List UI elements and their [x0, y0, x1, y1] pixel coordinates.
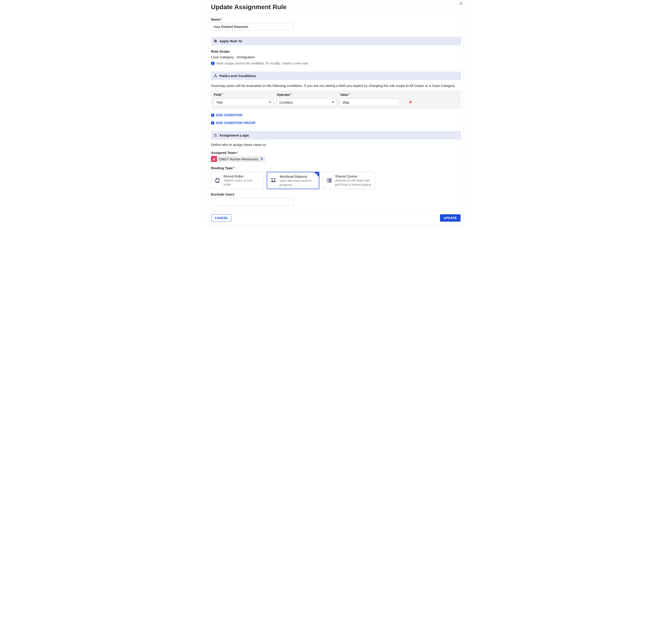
close-icon[interactable]: ✕ [459, 1, 463, 6]
svg-rect-0 [215, 41, 217, 42]
update-assignment-rule-modal: ✕ Update Assignment Rule Name* Apply Rul… [208, 0, 464, 225]
condition-operator-value: Contains [279, 100, 293, 104]
field-conditions-section-title: Field-Level Conditions [220, 74, 256, 78]
condition-field-value: Title [216, 100, 223, 104]
routing-options: Round Robin Selects users in turn order … [211, 172, 461, 189]
modal-title: Update Assignment Rule [211, 3, 461, 11]
required-mark: * [291, 93, 292, 96]
field-conditions-section-header: Field-Level Conditions [211, 72, 461, 80]
chevron-down-icon [269, 102, 271, 103]
name-label-row: Name* [211, 17, 461, 21]
routing-option-desc: Anyone on the team can pick from a share… [335, 178, 372, 187]
svg-point-15 [327, 182, 327, 182]
name-label: Name [211, 17, 220, 21]
svg-rect-2 [215, 74, 216, 75]
rule-scope-label: Rule Scope [211, 49, 461, 53]
update-button[interactable]: UPDATE [440, 214, 461, 222]
assignment-logic-section-title: Assignment Logic [220, 133, 249, 137]
assigned-team-label: Assigned Team [211, 151, 236, 155]
chevron-down-icon [332, 102, 334, 103]
workload-balance-icon [270, 177, 277, 184]
svg-rect-1 [214, 40, 216, 42]
rule-scope-info-text: Rule scope cannot be modified. To modify… [217, 61, 309, 65]
col-field-label: Field [214, 93, 221, 96]
plus-circle-icon: + [211, 113, 214, 117]
condition-value-input[interactable] [340, 98, 400, 106]
add-condition-button[interactable]: + ADD CONDITION [211, 113, 461, 117]
apply-rule-section-title: Apply Rule To [220, 39, 242, 43]
add-condition-group-button[interactable]: + ADD CONDITION GROUP [211, 121, 461, 125]
copy-icon [214, 39, 217, 43]
svg-point-9 [213, 158, 214, 159]
svg-point-13 [327, 178, 327, 179]
sliders-icon [214, 134, 217, 137]
info-icon: i [211, 62, 214, 65]
conditions-table: Field* Operator* Value* Title [211, 90, 461, 109]
svg-rect-4 [216, 76, 217, 77]
round-robin-icon [214, 177, 221, 184]
col-operator-label: Operator [277, 93, 290, 96]
delete-condition-icon[interactable]: ✕ [409, 100, 412, 105]
routing-option-round-robin[interactable]: Round Robin Selects users in turn order [211, 172, 263, 189]
condition-operator-select[interactable]: Contains [277, 98, 337, 106]
routing-type-label-row: Routing Type* [211, 166, 461, 170]
assigned-team-name: CMGT Human Resources [217, 156, 260, 162]
svg-rect-8 [216, 136, 217, 136]
remove-team-icon[interactable]: ✕ [260, 157, 265, 161]
assignment-intro: Define who to assign these cases to. [211, 143, 461, 146]
rule-scope-info: i Rule scope cannot be modified. To modi… [211, 61, 461, 65]
shared-queue-icon [325, 177, 332, 184]
team-icon [211, 156, 217, 162]
required-mark: * [349, 93, 350, 96]
condition-row: Title Contains ✕ [214, 98, 458, 106]
routing-option-shared-queue[interactable]: Shared Queue Anyone on the team can pick… [322, 172, 375, 189]
routing-option-workload-balance[interactable]: ✓ Workload Balance User with least work … [267, 172, 319, 189]
modal-header: Update Assignment Rule [208, 0, 464, 13]
svg-point-10 [214, 158, 215, 159]
rule-scope-value: Case Category - Immigration [211, 55, 461, 59]
add-condition-label: ADD CONDITION [216, 113, 242, 117]
plus-circle-icon: + [211, 121, 214, 125]
col-value-label: Value [340, 93, 348, 96]
routing-type-label: Routing Type [211, 166, 233, 170]
assigned-team-label-row: Assigned Team* [211, 151, 461, 155]
svg-rect-3 [214, 76, 215, 77]
conditions-header-row: Field* Operator* Value* [214, 93, 458, 97]
svg-point-12 [274, 178, 275, 179]
name-input[interactable] [211, 22, 294, 30]
exclude-users-label: Exclude Users [211, 192, 461, 196]
routing-option-title: Shared Queue [335, 174, 372, 178]
routing-option-title: Workload Balance [279, 174, 316, 178]
hierarchy-icon [214, 74, 217, 78]
required-mark: * [237, 151, 238, 155]
add-condition-group-label: ADD CONDITION GROUP [216, 121, 256, 125]
required-mark: * [221, 17, 222, 21]
routing-option-title: Round Robin [224, 174, 260, 178]
check-icon: ✓ [316, 172, 318, 175]
required-mark: * [222, 93, 223, 96]
svg-point-14 [327, 180, 327, 181]
svg-point-11 [271, 178, 272, 179]
field-conditions-hint: Incoming cases will be evaluated on the … [211, 84, 461, 88]
assigned-team-chip: CMGT Human Resources ✕ [211, 156, 265, 162]
routing-option-desc: Selects users in turn order [224, 178, 260, 187]
cancel-button[interactable]: CANCEL [211, 214, 231, 222]
modal-body: Name* Apply Rule To Rule Scope Case Cate… [208, 13, 464, 211]
apply-rule-section-header: Apply Rule To [211, 37, 461, 45]
assignment-logic-section-header: Assignment Logic [211, 131, 461, 140]
required-mark: * [233, 166, 235, 170]
condition-field-select[interactable]: Title [214, 98, 274, 106]
exclude-users-input[interactable] [211, 198, 294, 205]
modal-footer: CANCEL UPDATE [208, 211, 464, 225]
routing-option-desc: User with least work in progress [279, 179, 316, 187]
svg-rect-7 [214, 134, 215, 135]
